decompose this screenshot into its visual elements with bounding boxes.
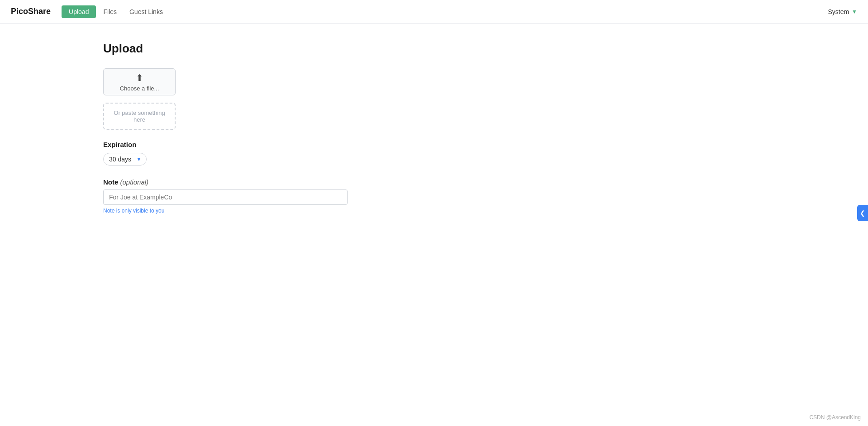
expiration-select[interactable]: 1 day 7 days 30 days 90 days 1 year Neve… [109,156,141,163]
upload-nav-button[interactable]: Upload [62,5,96,18]
paste-area[interactable]: Or paste something here [103,103,176,130]
nav-links: Upload Files Guest Links [62,5,828,18]
expiration-select-wrapper[interactable]: 1 day 7 days 30 days 90 days 1 year Neve… [103,153,147,166]
guest-links-nav-link[interactable]: Guest Links [124,5,168,18]
page-title: Upload [103,42,765,56]
expiration-section: Expiration 1 day 7 days 30 days 90 days … [103,141,765,178]
system-label: System [828,8,849,15]
upload-icon: ⬆ [136,72,143,83]
navbar: PicoShare Upload Files Guest Links Syste… [0,0,868,24]
note-hint: Note is only visible to you [103,208,765,214]
main-content: Upload ⬆ Choose a file... Or paste somet… [0,24,868,232]
files-nav-link[interactable]: Files [98,5,122,18]
note-section: Note (optional) Note is only visible to … [103,178,765,214]
side-toggle-button[interactable]: ❮ [857,205,868,221]
file-chooser-label: Choose a file... [120,85,159,92]
note-input[interactable] [103,189,348,205]
chevron-left-icon: ❮ [860,209,865,217]
paste-area-label: Or paste something here [108,109,171,123]
system-menu[interactable]: System ▼ [828,8,857,15]
note-optional-label: (optional) [120,178,149,186]
expiration-label: Expiration [103,141,765,148]
chevron-down-icon: ▼ [852,9,857,15]
note-label: Note (optional) [103,178,765,186]
brand-logo[interactable]: PicoShare [11,7,51,16]
file-chooser-button[interactable]: ⬆ Choose a file... [103,68,176,95]
